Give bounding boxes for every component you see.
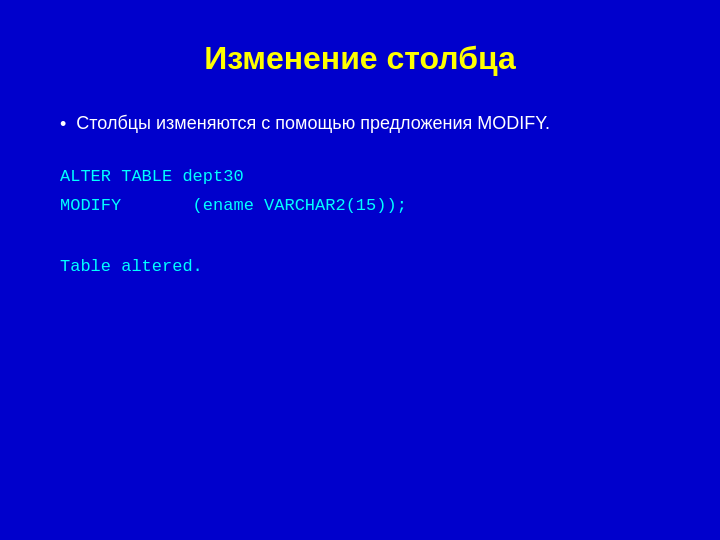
code-block: ALTER TABLE dept30 MODIFY (ename VARCHAR… [60, 163, 660, 221]
code-section: ALTER TABLE dept30 MODIFY (ename VARCHAR… [60, 163, 660, 221]
bullet-item: • Столбцы изменяются с помощью предложен… [60, 113, 660, 135]
bullet-section: • Столбцы изменяются с помощью предложен… [60, 113, 660, 135]
result-section: Table altered. [60, 253, 660, 282]
code-line-2: MODIFY (ename VARCHAR2(15)); [60, 196, 407, 215]
bullet-dot: • [60, 114, 66, 135]
slide-title: Изменение столбца [60, 40, 660, 77]
bullet-text: Столбцы изменяются с помощью предложения… [76, 113, 550, 134]
result-text: Table altered. [60, 253, 660, 282]
slide: Изменение столбца • Столбцы изменяются с… [0, 0, 720, 540]
code-line-1: ALTER TABLE dept30 [60, 167, 244, 186]
